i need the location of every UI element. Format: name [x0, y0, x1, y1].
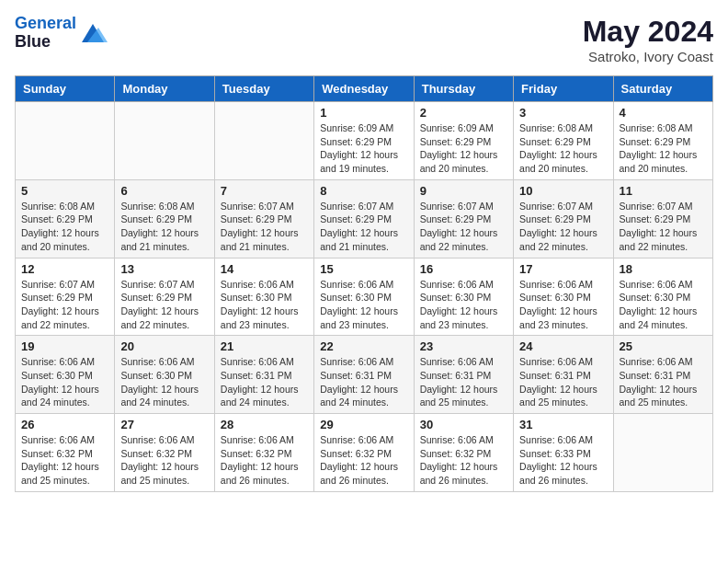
- location: Satroko, Ivory Coast: [583, 49, 713, 64]
- day-number: 15: [320, 262, 407, 276]
- day-info: Sunrise: 6:07 AM Sunset: 6:29 PM Dayligh…: [120, 278, 208, 332]
- day-number: 30: [420, 418, 507, 431]
- calendar-cell: 16Sunrise: 6:06 AM Sunset: 6:30 PM Dayli…: [414, 258, 513, 336]
- day-number: 27: [120, 418, 208, 431]
- day-info: Sunrise: 6:06 AM Sunset: 6:31 PM Dayligh…: [519, 355, 607, 409]
- calendar-cell: 17Sunrise: 6:06 AM Sunset: 6:30 PM Dayli…: [514, 258, 613, 336]
- day-info: Sunrise: 6:06 AM Sunset: 6:30 PM Dayligh…: [21, 355, 108, 409]
- calendar-cell: 21Sunrise: 6:06 AM Sunset: 6:31 PM Dayli…: [214, 336, 313, 414]
- day-info: Sunrise: 6:06 AM Sunset: 6:31 PM Dayligh…: [320, 355, 407, 409]
- day-number: 18: [620, 262, 707, 276]
- day-number: 11: [620, 184, 707, 198]
- day-info: Sunrise: 6:07 AM Sunset: 6:29 PM Dayligh…: [620, 200, 707, 254]
- day-info: Sunrise: 6:06 AM Sunset: 6:32 PM Dayligh…: [320, 433, 407, 488]
- day-number: 9: [420, 184, 507, 198]
- day-info: Sunrise: 6:06 AM Sunset: 6:31 PM Dayligh…: [620, 355, 707, 409]
- calendar-cell: 28Sunrise: 6:06 AM Sunset: 6:32 PM Dayli…: [214, 414, 313, 492]
- calendar-cell: 19Sunrise: 6:06 AM Sunset: 6:30 PM Dayli…: [16, 336, 115, 414]
- day-number: 14: [221, 262, 308, 276]
- calendar-cell: 27Sunrise: 6:06 AM Sunset: 6:32 PM Dayli…: [115, 414, 214, 492]
- logo-text: GeneralBlue: [15, 15, 76, 52]
- day-number: 3: [519, 106, 607, 120]
- day-info: Sunrise: 6:06 AM Sunset: 6:30 PM Dayligh…: [320, 278, 407, 332]
- day-info: Sunrise: 6:06 AM Sunset: 6:32 PM Dayligh…: [221, 433, 308, 488]
- calendar-cell: 29Sunrise: 6:06 AM Sunset: 6:32 PM Dayli…: [314, 414, 414, 492]
- day-number: 28: [221, 418, 308, 431]
- weekday-header-sunday: Sunday: [16, 76, 115, 102]
- calendar-cell: 5Sunrise: 6:08 AM Sunset: 6:29 PM Daylig…: [16, 179, 115, 258]
- day-number: 19: [21, 339, 108, 353]
- calendar-cell: 13Sunrise: 6:07 AM Sunset: 6:29 PM Dayli…: [115, 258, 214, 336]
- day-info: Sunrise: 6:08 AM Sunset: 6:29 PM Dayligh…: [120, 200, 208, 254]
- day-number: 10: [519, 184, 607, 198]
- day-info: Sunrise: 6:09 AM Sunset: 6:29 PM Dayligh…: [320, 121, 407, 176]
- day-number: 12: [21, 262, 108, 276]
- day-number: 7: [221, 184, 308, 198]
- day-info: Sunrise: 6:06 AM Sunset: 6:32 PM Dayligh…: [420, 433, 507, 488]
- day-info: Sunrise: 6:07 AM Sunset: 6:29 PM Dayligh…: [21, 278, 108, 332]
- calendar-cell: [613, 414, 712, 492]
- day-number: 16: [420, 262, 507, 276]
- page-header: GeneralBlue May 2024 Satroko, Ivory Coas…: [15, 15, 713, 64]
- day-info: Sunrise: 6:06 AM Sunset: 6:30 PM Dayligh…: [620, 278, 707, 332]
- calendar-cell: 8Sunrise: 6:07 AM Sunset: 6:29 PM Daylig…: [314, 179, 414, 258]
- day-info: Sunrise: 6:08 AM Sunset: 6:29 PM Dayligh…: [519, 121, 607, 176]
- calendar-cell: 30Sunrise: 6:06 AM Sunset: 6:32 PM Dayli…: [414, 414, 513, 492]
- day-number: 31: [519, 418, 607, 431]
- calendar-cell: [16, 102, 115, 180]
- day-info: Sunrise: 6:06 AM Sunset: 6:32 PM Dayligh…: [120, 433, 208, 488]
- calendar-cell: 10Sunrise: 6:07 AM Sunset: 6:29 PM Dayli…: [514, 179, 613, 258]
- calendar-cell: 9Sunrise: 6:07 AM Sunset: 6:29 PM Daylig…: [414, 179, 513, 258]
- day-number: 21: [221, 339, 308, 353]
- weekday-header-saturday: Saturday: [613, 76, 712, 102]
- weekday-header-monday: Monday: [115, 76, 214, 102]
- calendar-cell: 7Sunrise: 6:07 AM Sunset: 6:29 PM Daylig…: [214, 179, 313, 258]
- day-info: Sunrise: 6:08 AM Sunset: 6:29 PM Dayligh…: [620, 121, 707, 176]
- calendar-table: SundayMondayTuesdayWednesdayThursdayFrid…: [15, 75, 713, 492]
- calendar-cell: 15Sunrise: 6:06 AM Sunset: 6:30 PM Dayli…: [314, 258, 414, 336]
- calendar-week-2: 5Sunrise: 6:08 AM Sunset: 6:29 PM Daylig…: [16, 179, 713, 258]
- day-info: Sunrise: 6:06 AM Sunset: 6:30 PM Dayligh…: [221, 278, 308, 332]
- day-number: 29: [320, 418, 407, 431]
- day-info: Sunrise: 6:09 AM Sunset: 6:29 PM Dayligh…: [420, 121, 507, 176]
- day-info: Sunrise: 6:07 AM Sunset: 6:29 PM Dayligh…: [320, 200, 407, 254]
- calendar-cell: 20Sunrise: 6:06 AM Sunset: 6:30 PM Dayli…: [115, 336, 214, 414]
- calendar-cell: 22Sunrise: 6:06 AM Sunset: 6:31 PM Dayli…: [314, 336, 414, 414]
- day-number: 8: [320, 184, 407, 198]
- calendar-cell: 14Sunrise: 6:06 AM Sunset: 6:30 PM Dayli…: [214, 258, 313, 336]
- calendar-cell: 23Sunrise: 6:06 AM Sunset: 6:31 PM Dayli…: [414, 336, 513, 414]
- day-number: 4: [620, 106, 707, 120]
- logo-icon: [78, 20, 108, 46]
- day-number: 23: [420, 339, 507, 353]
- calendar-week-4: 19Sunrise: 6:06 AM Sunset: 6:30 PM Dayli…: [16, 336, 713, 414]
- calendar-cell: 24Sunrise: 6:06 AM Sunset: 6:31 PM Dayli…: [514, 336, 613, 414]
- day-number: 13: [120, 262, 208, 276]
- day-number: 6: [120, 184, 208, 198]
- day-info: Sunrise: 6:06 AM Sunset: 6:32 PM Dayligh…: [21, 433, 108, 488]
- calendar-cell: 3Sunrise: 6:08 AM Sunset: 6:29 PM Daylig…: [514, 102, 613, 180]
- weekday-header-friday: Friday: [514, 76, 613, 102]
- calendar-week-5: 26Sunrise: 6:06 AM Sunset: 6:32 PM Dayli…: [16, 414, 713, 492]
- weekday-header-wednesday: Wednesday: [314, 76, 414, 102]
- day-info: Sunrise: 6:06 AM Sunset: 6:31 PM Dayligh…: [221, 355, 308, 409]
- calendar-cell: 4Sunrise: 6:08 AM Sunset: 6:29 PM Daylig…: [613, 102, 712, 180]
- calendar-cell: [214, 102, 313, 180]
- calendar-week-1: 1Sunrise: 6:09 AM Sunset: 6:29 PM Daylig…: [16, 102, 713, 180]
- title-block: May 2024 Satroko, Ivory Coast: [583, 15, 713, 64]
- day-number: 17: [519, 262, 607, 276]
- day-number: 22: [320, 339, 407, 353]
- weekday-header-thursday: Thursday: [414, 76, 513, 102]
- day-info: Sunrise: 6:06 AM Sunset: 6:30 PM Dayligh…: [120, 355, 208, 409]
- calendar-cell: [115, 102, 214, 180]
- day-number: 5: [21, 184, 108, 198]
- calendar-week-3: 12Sunrise: 6:07 AM Sunset: 6:29 PM Dayli…: [16, 258, 713, 336]
- day-info: Sunrise: 6:07 AM Sunset: 6:29 PM Dayligh…: [519, 200, 607, 254]
- day-info: Sunrise: 6:06 AM Sunset: 6:30 PM Dayligh…: [420, 278, 507, 332]
- day-number: 26: [21, 418, 108, 431]
- day-info: Sunrise: 6:06 AM Sunset: 6:31 PM Dayligh…: [420, 355, 507, 409]
- calendar-cell: 12Sunrise: 6:07 AM Sunset: 6:29 PM Dayli…: [16, 258, 115, 336]
- day-info: Sunrise: 6:06 AM Sunset: 6:33 PM Dayligh…: [519, 433, 607, 488]
- calendar-cell: 2Sunrise: 6:09 AM Sunset: 6:29 PM Daylig…: [414, 102, 513, 180]
- calendar-cell: 18Sunrise: 6:06 AM Sunset: 6:30 PM Dayli…: [613, 258, 712, 336]
- day-info: Sunrise: 6:07 AM Sunset: 6:29 PM Dayligh…: [221, 200, 308, 254]
